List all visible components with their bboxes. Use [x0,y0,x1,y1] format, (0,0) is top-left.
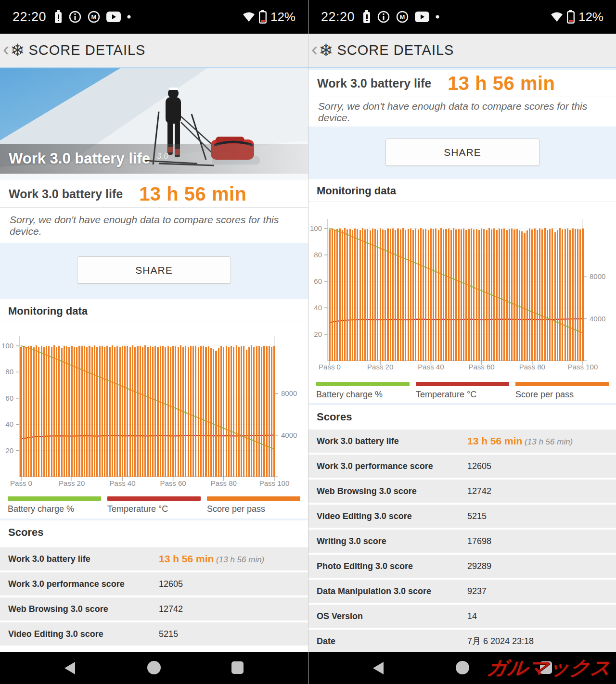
hero-image: Work 3.0 battery life 3.0 [0,68,308,180]
status-icons: M [54,10,131,24]
clock: 22:20 [13,10,46,25]
back-icon[interactable]: ‹ [3,39,9,59]
hero-title-band: Work 3.0 battery life 3.0 [0,144,308,174]
back-icon[interactable] [373,662,384,674]
home-icon[interactable] [456,661,469,674]
score-label: Date [308,636,335,646]
notification-dot [436,15,439,19]
scores-title: Scores [308,405,616,423]
status-right: 12% [551,10,603,25]
legend-label: Battery charge % [316,390,410,400]
battery-low-icon [259,10,267,24]
back-icon[interactable]: ‹ [311,39,318,59]
youtube-icon [106,12,121,22]
score-label: Data Manipulation 3.0 score [308,586,431,596]
score-row: Work 3.0 battery life13 h 56 min (13 h 5… [0,547,308,570]
app-header: ‹ ❄ SCORE DETAILS [308,34,616,68]
screenshot-left: 22:20 M 12% ‹ ❄ SCORE DETAILS [0,0,308,684]
status-right: 12% [243,10,295,25]
legend-score: Score per pass [207,496,300,519]
info-icon [69,11,81,23]
wifi-icon [243,12,255,22]
score-label: Video Editing 3.0 score [0,629,103,639]
scores-header: Scores [0,520,308,543]
youtube-icon [415,12,429,22]
chart-legend: Battery charge % Temperature °C Score pe… [308,377,616,403]
monitoring-title: Monitoring data [308,179,616,197]
share-button[interactable]: SHARE [385,139,539,166]
legend-temperature: Temperature °C [107,496,201,519]
back-icon[interactable] [64,662,75,674]
score-row: Photo Editing 3.0 score29289 [308,555,616,578]
score-label: Video Editing 3.0 score [308,511,412,521]
svg-text:M: M [91,13,97,21]
motorola-icon: M [88,11,100,23]
result-label: Work 3.0 battery life [317,76,431,90]
score-row: Web Browsing 3.0 score12742 [0,597,308,621]
score-row: Date7月 6 2024 23:18 [308,630,616,653]
scores-title: Scores [0,520,308,539]
legend-label: Temperature °C [107,504,201,514]
scores-header: Scores [308,405,616,426]
score-row: Web Browsing 3.0 score12742 [308,480,616,503]
compare-message: Sorry, we don't have enough data to comp… [0,207,308,243]
score-label: Web Browsing 3.0 score [0,604,108,614]
score-label: Work 3.0 battery life [308,436,399,446]
battery-alert-icon [54,10,63,24]
legend-temperature: Temperature °C [416,382,509,403]
score-row: Data Manipulation 3.0 score9237 [308,580,616,603]
page-title: SCORE DETAILS [337,42,454,58]
score-value: 5215 [159,629,178,639]
score-value: 14 [467,611,477,621]
status-bar: 22:20 M 12% [308,0,616,34]
score-value: 17698 [467,536,491,546]
score-row: OS Version14 [308,605,616,628]
score-value: 5215 [467,511,487,521]
battery-alert-icon [362,10,371,24]
notification-dot [127,15,131,19]
legend-swatch-green [316,382,410,386]
legend-label: Temperature °C [416,390,509,400]
result-label: Work 3.0 battery life [9,187,123,201]
scores-table: Work 3.0 battery life13 h 56 min (13 h 5… [308,430,616,655]
nav-bar [0,652,308,684]
score-row: Work 3.0 performance score12605 [0,572,308,595]
score-value: 12742 [467,486,491,496]
screenshot-right: 22:20 M 12% ‹ ❄ SCORE DETAILS Work 3.0 b… [308,0,616,684]
legend-swatch-orange [515,382,609,386]
home-icon[interactable] [147,661,161,674]
svg-text:M: M [400,13,405,21]
wifi-icon [551,12,563,22]
score-row: Video Editing 3.0 score5215 [0,622,308,646]
score-label: Work 3.0 battery life [0,554,90,564]
pcmark-snowflake-icon: ❄ [10,40,25,61]
result-value: 13 h 56 min [139,183,246,205]
score-label: Writing 3.0 score [308,536,386,546]
battery-percent: 12% [578,10,603,25]
score-value: 12742 [159,604,183,614]
recents-icon[interactable] [231,661,244,674]
clock: 22:20 [321,10,355,25]
score-value: 12605 [467,461,491,471]
score-row: Video Editing 3.0 score5215 [308,505,616,528]
hero-version-tag: 3.0 [157,152,168,161]
scores-table: Work 3.0 battery life13 h 56 min (13 h 5… [0,547,308,647]
screen: 22:20 M 12% ‹ ❄ SCORE DETAILS [0,0,616,684]
result-row: Work 3.0 battery life 13 h 56 min [0,180,308,207]
battery-percent: 12% [270,10,295,25]
battery-low-icon [567,10,575,24]
share-button[interactable]: SHARE [77,256,231,284]
score-row: Work 3.0 battery life13 h 56 min (13 h 5… [308,430,616,453]
status-icons: M [362,10,439,24]
legend-label: Battery charge % [8,504,101,514]
legend-swatch-green [8,496,101,501]
legend-battery: Battery charge % [316,382,410,403]
score-label: Work 3.0 performance score [0,579,125,589]
score-row: Writing 3.0 score17698 [308,530,616,553]
score-value: 12605 [159,579,183,589]
status-bar: 22:20 M 12% [0,0,308,34]
monitoring-title: Monitoring data [0,299,308,317]
motorola-icon: M [396,11,409,23]
score-value: 29289 [467,561,491,571]
score-label: Work 3.0 performance score [308,461,433,471]
